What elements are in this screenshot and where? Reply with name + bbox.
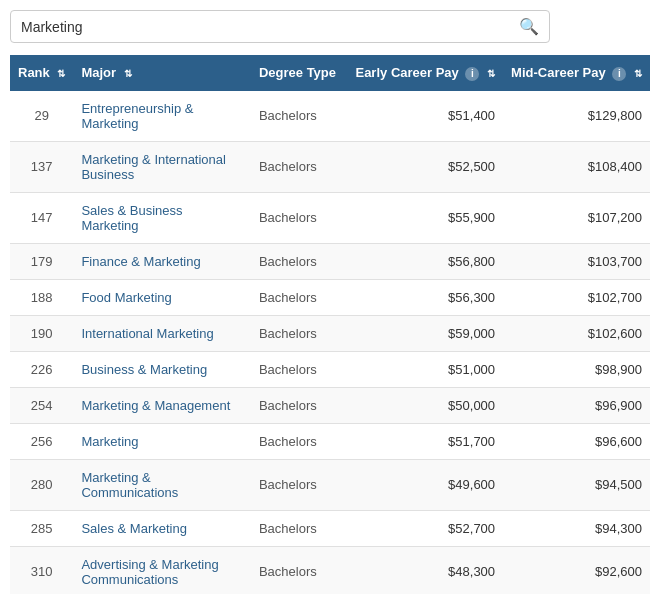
rank-cell: 226 — [10, 351, 73, 387]
col-header-major[interactable]: Major ⇅ — [73, 55, 251, 91]
major-cell: Sales & Business Marketing — [73, 192, 251, 243]
mid-pay-cell: $94,500 — [503, 459, 650, 510]
mid-pay-cell: $96,600 — [503, 423, 650, 459]
mid-pay-cell: $102,700 — [503, 279, 650, 315]
degree-cell: Bachelors — [251, 510, 348, 546]
degree-cell: Bachelors — [251, 546, 348, 594]
table-row: 179Finance & MarketingBachelors$56,800$1… — [10, 243, 650, 279]
major-cell: Marketing & International Business — [73, 141, 251, 192]
major-sort-icon: ⇅ — [124, 68, 132, 79]
table-row: 310Advertising & Marketing Communication… — [10, 546, 650, 594]
table-row: 188Food MarketingBachelors$56,300$102,70… — [10, 279, 650, 315]
major-cell: International Marketing — [73, 315, 251, 351]
degree-cell: Bachelors — [251, 387, 348, 423]
mid-pay-cell: $103,700 — [503, 243, 650, 279]
table-row: 280Marketing & CommunicationsBachelors$4… — [10, 459, 650, 510]
col-header-degree: Degree Type — [251, 55, 348, 91]
mid-pay-sort-icon: ⇅ — [634, 68, 642, 79]
early-pay-cell: $52,700 — [347, 510, 503, 546]
early-pay-cell: $56,800 — [347, 243, 503, 279]
rank-cell: 256 — [10, 423, 73, 459]
major-cell: Marketing & Communications — [73, 459, 251, 510]
mid-pay-cell: $129,800 — [503, 91, 650, 142]
major-cell: Food Marketing — [73, 279, 251, 315]
rank-sort-icon: ⇅ — [57, 68, 65, 79]
search-icon[interactable]: 🔍 — [519, 17, 539, 36]
col-header-mid-pay[interactable]: Mid-Career Pay i ⇅ — [503, 55, 650, 91]
early-pay-cell: $48,300 — [347, 546, 503, 594]
table-row: 190International MarketingBachelors$59,0… — [10, 315, 650, 351]
rank-cell: 190 — [10, 315, 73, 351]
mid-pay-cell: $98,900 — [503, 351, 650, 387]
rank-cell: 310 — [10, 546, 73, 594]
degree-cell: Bachelors — [251, 279, 348, 315]
rank-cell: 29 — [10, 91, 73, 142]
rank-cell: 280 — [10, 459, 73, 510]
early-pay-cell: $52,500 — [347, 141, 503, 192]
early-pay-cell: $56,300 — [347, 279, 503, 315]
major-cell: Business & Marketing — [73, 351, 251, 387]
early-pay-cell: $55,900 — [347, 192, 503, 243]
mid-pay-cell: $108,400 — [503, 141, 650, 192]
rank-cell: 147 — [10, 192, 73, 243]
early-pay-sort-icon: ⇅ — [487, 68, 495, 79]
degree-cell: Bachelors — [251, 423, 348, 459]
major-cell: Marketing & Management — [73, 387, 251, 423]
mid-pay-cell: $107,200 — [503, 192, 650, 243]
early-pay-cell: $50,000 — [347, 387, 503, 423]
major-cell: Finance & Marketing — [73, 243, 251, 279]
rank-cell: 188 — [10, 279, 73, 315]
degree-cell: Bachelors — [251, 192, 348, 243]
table-header-row: Rank ⇅ Major ⇅ Degree Type Early Career … — [10, 55, 650, 91]
table-row: 254Marketing & ManagementBachelors$50,00… — [10, 387, 650, 423]
rank-cell: 137 — [10, 141, 73, 192]
degree-cell: Bachelors — [251, 459, 348, 510]
table-row: 29Entrepreneurship & MarketingBachelors$… — [10, 91, 650, 142]
table-row: 226Business & MarketingBachelors$51,000$… — [10, 351, 650, 387]
search-container: 🔍 — [10, 10, 550, 43]
major-cell: Marketing — [73, 423, 251, 459]
major-cell: Sales & Marketing — [73, 510, 251, 546]
table-row: 137Marketing & International BusinessBac… — [10, 141, 650, 192]
col-header-rank[interactable]: Rank ⇅ — [10, 55, 73, 91]
rank-cell: 285 — [10, 510, 73, 546]
mid-pay-info-icon[interactable]: i — [612, 67, 626, 81]
table-row: 256MarketingBachelors$51,700$96,600 — [10, 423, 650, 459]
col-header-early-pay[interactable]: Early Career Pay i ⇅ — [347, 55, 503, 91]
mid-pay-cell: $96,900 — [503, 387, 650, 423]
degree-cell: Bachelors — [251, 91, 348, 142]
degree-cell: Bachelors — [251, 315, 348, 351]
data-table: Rank ⇅ Major ⇅ Degree Type Early Career … — [10, 55, 650, 594]
mid-pay-cell: $92,600 — [503, 546, 650, 594]
degree-cell: Bachelors — [251, 351, 348, 387]
table-row: 147Sales & Business MarketingBachelors$5… — [10, 192, 650, 243]
table-row: 285Sales & MarketingBachelors$52,700$94,… — [10, 510, 650, 546]
table-body: 29Entrepreneurship & MarketingBachelors$… — [10, 91, 650, 594]
rank-cell: 179 — [10, 243, 73, 279]
early-pay-cell: $51,000 — [347, 351, 503, 387]
early-pay-cell: $59,000 — [347, 315, 503, 351]
rank-cell: 254 — [10, 387, 73, 423]
major-cell: Entrepreneurship & Marketing — [73, 91, 251, 142]
search-input[interactable] — [21, 19, 519, 35]
early-pay-cell: $51,700 — [347, 423, 503, 459]
major-cell: Advertising & Marketing Communications — [73, 546, 251, 594]
early-pay-cell: $49,600 — [347, 459, 503, 510]
degree-cell: Bachelors — [251, 141, 348, 192]
early-pay-info-icon[interactable]: i — [465, 67, 479, 81]
mid-pay-cell: $94,300 — [503, 510, 650, 546]
degree-cell: Bachelors — [251, 243, 348, 279]
mid-pay-cell: $102,600 — [503, 315, 650, 351]
early-pay-cell: $51,400 — [347, 91, 503, 142]
